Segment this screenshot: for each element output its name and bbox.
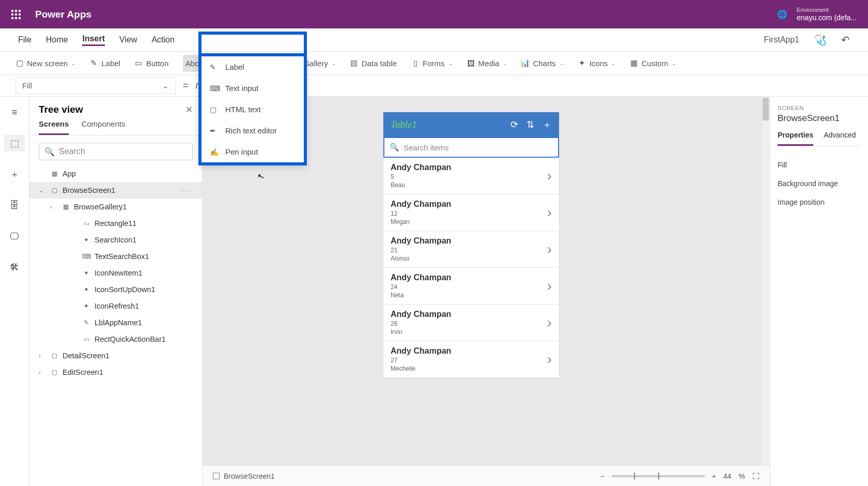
- list-item[interactable]: Andy Champan5Beau›: [383, 158, 559, 194]
- tree-node[interactable]: ✦SearchIcon1: [29, 232, 202, 248]
- dropdown-item-html-text[interactable]: ▢HTML text: [202, 99, 304, 120]
- media-icon[interactable]: 🖵: [4, 228, 25, 245]
- menu-action[interactable]: Action: [151, 35, 174, 44]
- prop-image-position[interactable]: Image position: [778, 193, 861, 211]
- ribbon-media[interactable]: 🖼Media⌄: [467, 59, 507, 68]
- list-item[interactable]: Andy Champan27Mechelle›: [383, 341, 559, 378]
- expand-icon[interactable]: ›: [39, 369, 46, 375]
- ribbon-charts[interactable]: 📊Charts⌄: [521, 59, 563, 68]
- canvas-scrollbar[interactable]: [761, 97, 770, 465]
- tab-screens[interactable]: Screens: [39, 119, 69, 135]
- search-icon: 🔍: [44, 147, 55, 157]
- row-subtitle: 5: [391, 173, 451, 180]
- screen-checkbox-icon[interactable]: [213, 473, 220, 479]
- ribbon-custom[interactable]: ▦Custom⌄: [630, 59, 676, 68]
- zoom-value: 44: [723, 472, 732, 480]
- row-title: Andy Champan: [391, 346, 451, 356]
- tab-components[interactable]: Components: [81, 119, 125, 135]
- ribbon-forms[interactable]: ▯Forms⌄: [411, 59, 453, 68]
- expand-icon[interactable]: ›: [50, 204, 57, 210]
- ribbon-icons[interactable]: ✦Icons⌄: [578, 59, 616, 68]
- tree-node[interactable]: ▭Rectangle11: [29, 215, 202, 232]
- prop-fill[interactable]: Fill: [778, 156, 861, 174]
- tree-node[interactable]: ✎LblAppName1: [29, 314, 202, 331]
- app-launcher-icon[interactable]: [11, 10, 21, 19]
- globe-icon: 🌐: [777, 9, 787, 19]
- tree-node[interactable]: ›▢EditScreen1: [29, 364, 202, 381]
- tab-properties[interactable]: Properties: [778, 131, 813, 146]
- list-item[interactable]: Andy Champan26Irvin›: [383, 305, 559, 341]
- tree-node[interactable]: ›▢DetailScreen1: [29, 347, 202, 364]
- tree-node[interactable]: ✦IconNewItem1: [29, 265, 202, 281]
- ribbon-label[interactable]: ✎Label: [90, 59, 120, 68]
- node-label: IconNewItem1: [95, 269, 143, 277]
- props-category: SCREEN: [778, 105, 861, 111]
- row-subtitle: 24: [391, 283, 451, 291]
- row-subtitle: 26: [391, 320, 451, 327]
- menu-file[interactable]: File: [18, 35, 32, 44]
- tree-view-title: Tree view: [39, 104, 83, 115]
- dropdown-item-text-input[interactable]: ⌨Text input: [202, 78, 304, 99]
- environment-picker[interactable]: Environment enayu.com (defa...: [797, 7, 857, 22]
- tree-tabs: Screens Components: [29, 119, 202, 135]
- tree-node[interactable]: ›▦BrowseGallery1: [29, 199, 202, 215]
- tree-node[interactable]: ▦App: [29, 165, 202, 182]
- tree-search-input[interactable]: 🔍 Search: [39, 143, 193, 160]
- menu-home[interactable]: Home: [46, 35, 68, 44]
- dropdown-item-rich-text[interactable]: ✒Rich text editor: [202, 120, 304, 141]
- insert-icon[interactable]: ＋: [4, 166, 25, 183]
- app-title: Power Apps: [35, 9, 91, 20]
- hamburger-icon[interactable]: ≡: [4, 104, 25, 120]
- ribbon-toolbar: ▢New screen⌄ ✎Label ▭Button AbcText⌄ ⇄In…: [0, 52, 868, 75]
- app-checker-icon[interactable]: 🩺: [814, 34, 827, 46]
- list-item[interactable]: Andy Champan24Neta›: [383, 268, 559, 305]
- tree-node[interactable]: ▭RectQuickActionBar1: [29, 331, 202, 347]
- fullscreen-icon[interactable]: ⛶: [752, 472, 760, 480]
- zoom-in-icon[interactable]: +: [712, 472, 716, 480]
- expand-icon[interactable]: ⌄: [39, 187, 46, 194]
- expand-icon[interactable]: ›: [39, 353, 46, 359]
- tree-node[interactable]: ✦IconRefresh1: [29, 298, 202, 314]
- undo-icon[interactable]: ↶: [841, 34, 850, 46]
- row-title: Andy Champan: [391, 200, 451, 209]
- row-subtitle2: Mechelle: [391, 365, 451, 372]
- prop-background-image[interactable]: Background image: [778, 174, 861, 193]
- tree-body: ▦App⌄▢BrowseScreen1···›▦BrowseGallery1▭R…: [29, 165, 202, 486]
- properties-panel: SCREEN BrowseScreen1 Properties Advanced…: [770, 97, 868, 486]
- tree-node[interactable]: ⌨TextSearchBox1: [29, 248, 202, 265]
- ribbon-datatable[interactable]: ▤Data table: [350, 59, 397, 68]
- data-icon[interactable]: 🗄: [4, 197, 25, 214]
- list-item[interactable]: Andy Champan12Megan›: [383, 194, 559, 231]
- tree-node[interactable]: ✦IconSortUpDown1: [29, 281, 202, 298]
- row-subtitle2: Irvin: [391, 328, 451, 336]
- property-selector[interactable]: Fill ⌄: [16, 78, 176, 94]
- node-label: BrowseScreen1: [63, 186, 115, 194]
- dropdown-item-pen-input[interactable]: ✍Pen input: [202, 141, 304, 162]
- ribbon-new-screen[interactable]: ▢New screen⌄: [16, 59, 75, 68]
- node-type-icon: ✦: [82, 236, 90, 244]
- menu-insert[interactable]: Insert: [82, 34, 105, 46]
- add-icon[interactable]: ＋: [542, 118, 552, 131]
- zoom-out-icon[interactable]: −: [600, 472, 605, 480]
- list-item[interactable]: Andy Champan21Alonso›: [383, 231, 559, 268]
- node-type-icon: ▭: [82, 335, 90, 343]
- pen-icon: ✍: [210, 148, 218, 156]
- zoom-slider[interactable]: [612, 475, 705, 477]
- tree-node[interactable]: ⌄▢BrowseScreen1···: [29, 182, 202, 199]
- ribbon-button[interactable]: ▭Button: [135, 59, 168, 68]
- tools-icon[interactable]: 🛠: [4, 259, 25, 276]
- node-type-icon: ▦: [50, 170, 58, 178]
- row-subtitle2: Neta: [391, 292, 451, 299]
- app-name-field[interactable]: FirstApp1: [764, 35, 799, 44]
- menu-view[interactable]: View: [119, 35, 137, 44]
- search-input[interactable]: 🔍 Search items: [383, 137, 559, 158]
- sort-icon[interactable]: ⇅: [526, 119, 534, 130]
- close-icon[interactable]: ✕: [185, 104, 193, 115]
- text-input-icon: ⌨: [210, 84, 218, 93]
- row-subtitle: 27: [391, 357, 451, 364]
- more-icon[interactable]: ···: [181, 186, 196, 194]
- tree-view-icon[interactable]: ⬚: [4, 135, 25, 151]
- tab-advanced[interactable]: Advanced: [824, 131, 856, 146]
- dropdown-item-label[interactable]: ✎Label: [202, 56, 304, 78]
- refresh-icon[interactable]: ⟳: [510, 119, 518, 130]
